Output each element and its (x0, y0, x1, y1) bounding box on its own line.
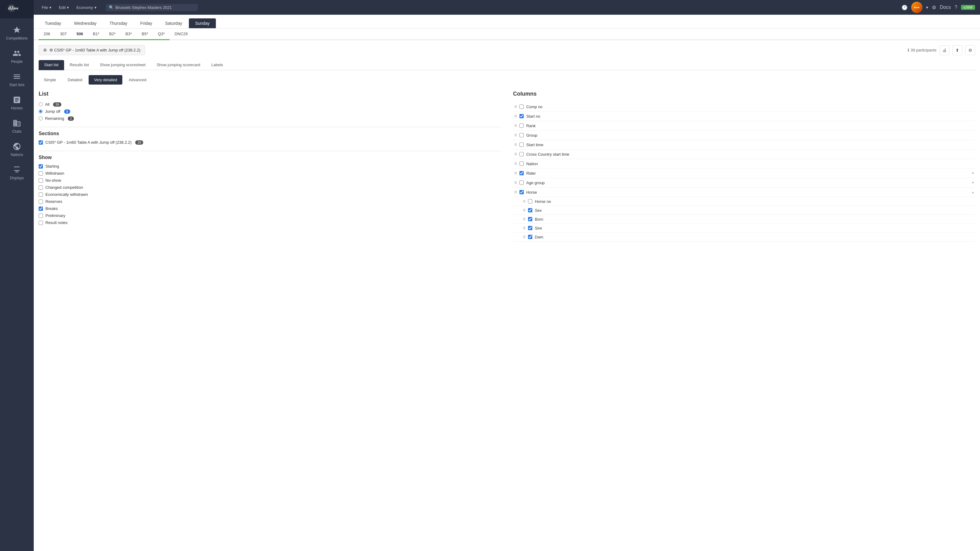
collapse-icon[interactable]: ▴ (972, 190, 974, 194)
show-breaks[interactable]: Breaks (39, 206, 501, 211)
col-checkbox-sex[interactable] (528, 208, 532, 212)
list-option-all[interactable]: All 39 (39, 102, 501, 106)
show-no-show[interactable]: No-show (39, 178, 501, 183)
day-tab-saturday[interactable]: Saturday (159, 18, 188, 28)
comp-tab-b3[interactable]: B3* (121, 29, 137, 40)
drag-handle[interactable]: ≡ (514, 170, 517, 176)
tab-show-jumping-scoresheet[interactable]: Show jumping scoresheet (94, 60, 151, 70)
print-button[interactable]: 🖨 (940, 45, 949, 55)
show-preliminary[interactable]: Preliminary (39, 213, 501, 218)
day-tab-tuesday[interactable]: Tuesday (39, 18, 67, 28)
show-noshow-checkbox[interactable] (39, 178, 43, 183)
sidebar-item-startlists[interactable]: Start lists (0, 68, 34, 91)
list-option-remaining[interactable]: Remaining 2 (39, 116, 501, 121)
drag-handle[interactable]: ≡ (523, 208, 525, 213)
col-checkbox-cc-start-time[interactable] (519, 152, 524, 156)
list-radio-jump-off[interactable] (39, 110, 43, 113)
sidebar-item-clubs[interactable]: Clubs (0, 114, 34, 138)
economy-menu[interactable]: Economy ▾ (73, 4, 99, 11)
settings-icon[interactable]: ⚙ (932, 5, 936, 10)
list-option-jump-off[interactable]: Jump off 9 (39, 109, 501, 114)
drag-handle[interactable]: ≡ (523, 216, 525, 222)
comp-tab-q3[interactable]: Q3* (153, 29, 170, 40)
day-tab-thursday[interactable]: Thursday (103, 18, 134, 28)
day-tab-friday[interactable]: Friday (134, 18, 158, 28)
tab-start-list[interactable]: Start list (39, 60, 64, 70)
col-checkbox-dam[interactable] (528, 235, 532, 239)
tab-very-detailed[interactable]: Very detailed (89, 75, 122, 84)
comp-tab-b2[interactable]: B2* (104, 29, 121, 40)
user-avatar[interactable]: BSM (911, 2, 922, 13)
show-breaks-checkbox[interactable] (39, 206, 43, 211)
sidebar-item-horses[interactable]: Horses (0, 91, 34, 114)
show-withdrawn[interactable]: Withdrawn (39, 171, 501, 176)
col-checkbox-age-group[interactable] (519, 181, 524, 185)
global-search[interactable]: 🔍 Brussels Stephex Masters 2021 (106, 4, 198, 11)
drag-handle[interactable]: ≡ (523, 198, 525, 204)
drag-handle[interactable]: ≡ (514, 132, 517, 138)
file-menu[interactable]: File ▾ (39, 4, 54, 11)
sidebar-item-nations[interactable]: Nations (0, 138, 34, 161)
tab-labels[interactable]: Labels (206, 60, 228, 70)
col-checkbox-comp-no[interactable] (519, 105, 524, 109)
tab-simple[interactable]: Simple (39, 75, 61, 84)
col-checkbox-horse-no[interactable] (528, 199, 532, 203)
more-button[interactable]: ⚙ (965, 45, 975, 55)
list-radio-all[interactable] (39, 102, 43, 106)
tab-show-jumping-scorecard[interactable]: Show jumping scorecard (151, 60, 206, 70)
comp-tab-dnc29[interactable]: DNC29 (170, 29, 192, 40)
comp-tab-206[interactable]: 206 (39, 29, 55, 40)
sidebar-item-displays[interactable]: Displays (0, 161, 34, 184)
show-result-notes[interactable]: Result notes (39, 220, 501, 225)
section-item-0[interactable]: CSI5* GP - 1m60 Table A with Jump off (2… (39, 140, 501, 144)
show-withdrawn-checkbox[interactable] (39, 171, 43, 176)
col-checkbox-start-time[interactable] (519, 143, 524, 147)
day-tab-sunday[interactable]: Sunday (189, 18, 216, 28)
drag-handle[interactable]: ≡ (514, 180, 517, 186)
tab-detailed[interactable]: Detailed (62, 75, 88, 84)
drag-handle[interactable]: ≡ (514, 113, 517, 119)
drag-handle[interactable]: ≡ (523, 234, 525, 240)
show-econ-withdrawn-checkbox[interactable] (39, 192, 43, 197)
col-checkbox-born[interactable] (528, 217, 532, 221)
docs-button[interactable]: Docs (940, 5, 951, 10)
tab-advanced[interactable]: Advanced (124, 75, 152, 84)
show-reserves[interactable]: Reserves (39, 199, 501, 204)
tab-results-list[interactable]: Results list (64, 60, 94, 70)
list-radio-remaining[interactable] (39, 116, 43, 121)
col-checkbox-rider[interactable] (519, 171, 524, 175)
show-economically-withdrawn[interactable]: Economically withdrawn (39, 192, 501, 197)
sidebar-item-people[interactable]: People (0, 45, 34, 68)
collapse-icon[interactable]: ▾ (972, 181, 974, 185)
show-reserves-checkbox[interactable] (39, 200, 43, 204)
collapse-icon[interactable]: ▾ (972, 171, 974, 175)
show-starting[interactable]: Starting (39, 164, 501, 168)
col-checkbox-nation[interactable] (519, 162, 524, 166)
edit-menu[interactable]: Edit ▾ (56, 4, 72, 11)
section-checkbox-0[interactable] (39, 140, 43, 144)
show-result-notes-checkbox[interactable] (39, 221, 43, 225)
day-tab-wednesday[interactable]: Wednesday (68, 18, 103, 28)
col-checkbox-group[interactable] (519, 133, 524, 137)
drag-handle[interactable]: ≡ (523, 225, 525, 231)
comp-tab-b1[interactable]: B1* (88, 29, 104, 40)
comp-tab-506[interactable]: 506 (72, 29, 88, 40)
col-checkbox-sire[interactable] (528, 226, 532, 230)
sidebar-item-competitions[interactable]: Competitions (0, 21, 34, 45)
drag-handle[interactable]: ≡ (514, 142, 517, 148)
history-icon[interactable]: 🕐 (902, 5, 908, 10)
download-button[interactable]: ⬆ (952, 45, 962, 55)
col-checkbox-rank[interactable] (519, 124, 524, 128)
show-changed-checkbox[interactable] (39, 186, 43, 190)
show-preliminary-checkbox[interactable] (39, 214, 43, 218)
chevron-down-icon[interactable]: ▾ (926, 5, 928, 10)
drag-handle[interactable]: ≡ (514, 161, 517, 167)
comp-tab-307[interactable]: 307 (55, 29, 72, 40)
show-changed-competition[interactable]: Changed competition (39, 185, 501, 190)
drag-handle[interactable]: ≡ (514, 189, 517, 195)
col-checkbox-start-no[interactable] (519, 114, 524, 118)
help-icon[interactable]: ? (955, 5, 957, 10)
col-checkbox-horse[interactable] (519, 190, 524, 194)
drag-handle[interactable]: ≡ (514, 151, 517, 157)
drag-handle[interactable]: ≡ (514, 123, 517, 129)
